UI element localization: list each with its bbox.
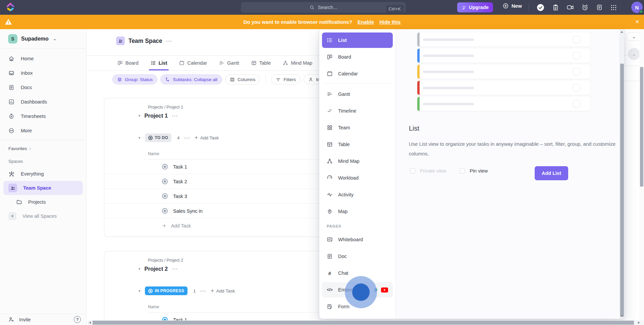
horizontal-scrollbar[interactable] bbox=[88, 320, 644, 325]
sidebar-item-inbox[interactable]: Inbox bbox=[0, 66, 86, 80]
sidebar-item-dashboards[interactable]: Dashboards bbox=[0, 94, 86, 109]
apps-grid-icon[interactable] bbox=[610, 4, 617, 11]
project-title[interactable]: Project 1 bbox=[145, 113, 168, 119]
gantt-icon bbox=[219, 60, 224, 66]
sidebar-item-timesheets[interactable]: Timesheets bbox=[0, 109, 86, 123]
project-more-icon[interactable]: ⋯ bbox=[172, 265, 178, 272]
vertical-scrollbar-thumb[interactable] bbox=[640, 67, 643, 187]
collapse-caret-icon[interactable]: ▾ bbox=[139, 267, 141, 271]
title-more-icon[interactable]: ⋯ bbox=[166, 38, 172, 45]
view-option-timeline[interactable]: Timeline bbox=[322, 103, 393, 119]
preview-skeleton-row bbox=[417, 97, 590, 111]
notification-banner: Do you want to enable browser notificati… bbox=[0, 15, 644, 29]
document-icon[interactable] bbox=[596, 4, 603, 11]
view-option-calendar[interactable]: Calendar bbox=[322, 66, 393, 81]
hide-banner-link[interactable]: Hide this bbox=[379, 19, 400, 25]
clickup-logo-icon[interactable] bbox=[6, 2, 15, 12]
collapse-caret-icon[interactable]: ▾ bbox=[139, 136, 141, 140]
doc-icon bbox=[327, 253, 333, 259]
sidebar-item-everything[interactable]: Everything bbox=[0, 167, 86, 181]
more-icon bbox=[8, 128, 14, 134]
filters-button[interactable]: Filters bbox=[271, 74, 301, 84]
project-title[interactable]: Project 2 bbox=[145, 266, 168, 272]
sidebar-item-team-space[interactable]: Team Space bbox=[3, 181, 83, 195]
page-option-doc[interactable]: Doc bbox=[322, 249, 393, 264]
task-status-icon[interactable] bbox=[162, 179, 168, 184]
group-more-icon[interactable]: ⋯ bbox=[184, 134, 191, 141]
collapse-caret-icon[interactable]: ▾ bbox=[139, 289, 141, 293]
video-icon[interactable] bbox=[567, 4, 574, 11]
chevron-down-icon: ⌄ bbox=[53, 36, 57, 41]
clipboard-icon[interactable] bbox=[552, 4, 559, 11]
alarm-clock-icon[interactable] bbox=[581, 4, 589, 11]
add-list-button[interactable]: Add List bbox=[535, 166, 568, 180]
view-option-workload[interactable]: Workload bbox=[322, 170, 393, 186]
add-task-button[interactable]: + Add Task bbox=[195, 135, 219, 141]
upgrade-button[interactable]: Upgrade bbox=[457, 2, 493, 12]
columns-button[interactable]: Columns bbox=[225, 74, 260, 84]
view-option-board[interactable]: Board bbox=[322, 49, 393, 65]
horizontal-scrollbar-thumb[interactable] bbox=[93, 321, 634, 325]
invite-button[interactable]: Invite bbox=[19, 317, 31, 322]
sidebar-item-home[interactable]: Home bbox=[0, 51, 86, 66]
help-button[interactable]: ? bbox=[74, 316, 81, 323]
status-badge[interactable]: TO DO bbox=[145, 133, 172, 142]
pin-view-checkbox[interactable] bbox=[460, 168, 465, 174]
mind-map-icon bbox=[327, 158, 333, 164]
page-vertical-scrollbar[interactable] bbox=[639, 29, 644, 320]
mind-map-icon bbox=[283, 60, 288, 66]
view-all-spaces-button[interactable]: + View all Spaces bbox=[0, 209, 86, 223]
subtasks-button[interactable]: Subtasks: Collapse all bbox=[160, 74, 222, 84]
whiteboard-icon bbox=[327, 237, 333, 243]
sidebar-footer: Invite ? bbox=[0, 314, 86, 325]
workspace-switcher[interactable]: S Supademo ⌄ bbox=[0, 29, 86, 49]
view-option-activity[interactable]: Activity bbox=[322, 187, 393, 202]
search-icon bbox=[309, 5, 315, 10]
scroll-down-arrow[interactable] bbox=[621, 315, 623, 317]
popover-scrollbar-thumb[interactable] bbox=[620, 64, 624, 317]
tab-list[interactable]: List bbox=[151, 56, 167, 70]
collapse-caret-icon[interactable]: ▾ bbox=[139, 114, 141, 118]
add-task-button[interactable]: + Add Task bbox=[211, 288, 235, 294]
plus-icon: + bbox=[8, 212, 16, 220]
tab-calendar[interactable]: Calendar bbox=[179, 56, 207, 70]
collapse-chevron-button[interactable]: ⌄ bbox=[628, 48, 640, 60]
view-option-gantt[interactable]: Gantt bbox=[322, 86, 393, 102]
tab-gantt[interactable]: Gantt bbox=[219, 56, 239, 70]
status-badge[interactable]: IN PROGRESS bbox=[145, 286, 188, 295]
user-avatar[interactable]: N bbox=[631, 2, 643, 13]
group-more-icon[interactable]: ⋯ bbox=[200, 287, 207, 295]
view-option-list[interactable]: List bbox=[322, 32, 393, 48]
view-option-team[interactable]: Team bbox=[322, 120, 393, 135]
close-banner-icon[interactable]: ✕ bbox=[635, 19, 639, 25]
upgrade-icon bbox=[462, 5, 467, 10]
new-button[interactable]: New bbox=[502, 3, 522, 9]
sidebar-item-projects[interactable]: Projects bbox=[0, 195, 86, 209]
tab-mind-map[interactable]: Mind Map bbox=[283, 56, 312, 70]
group-by-button[interactable]: Group: Status bbox=[112, 74, 157, 84]
page-option-whiteboard[interactable]: Whiteboard bbox=[322, 232, 393, 247]
view-option-table[interactable]: Table bbox=[322, 137, 393, 152]
task-status-icon[interactable] bbox=[162, 193, 168, 199]
scroll-left-arrow[interactable] bbox=[89, 321, 91, 324]
sidebar-item-more[interactable]: More bbox=[0, 123, 86, 138]
project-more-icon[interactable]: ⋯ bbox=[172, 112, 178, 119]
scroll-right-arrow[interactable] bbox=[638, 321, 640, 324]
search-input[interactable]: Search... Ctrl+K bbox=[241, 2, 406, 13]
task-check-icon[interactable] bbox=[536, 3, 545, 12]
preview-skeleton-row bbox=[417, 81, 590, 95]
sidebar-favorites[interactable]: Favorites › bbox=[0, 143, 86, 154]
enable-notifications-link[interactable]: Enable bbox=[358, 19, 374, 25]
tab-table[interactable]: Table bbox=[251, 56, 271, 70]
task-status-icon[interactable] bbox=[162, 164, 168, 170]
sidebar-item-docs[interactable]: Docs bbox=[0, 80, 86, 94]
private-view-checkbox[interactable] bbox=[410, 168, 415, 174]
scroll-up-arrow[interactable] bbox=[621, 31, 623, 33]
view-option-mind-map[interactable]: Mind Map bbox=[322, 153, 393, 169]
popover-scrollbar[interactable] bbox=[620, 29, 624, 319]
workspace-avatar: S bbox=[8, 34, 17, 44]
task-status-icon[interactable] bbox=[162, 208, 168, 214]
view-option-map[interactable]: Map bbox=[322, 204, 393, 219]
calendar-icon bbox=[179, 60, 184, 66]
tab-board[interactable]: Board bbox=[117, 56, 139, 70]
